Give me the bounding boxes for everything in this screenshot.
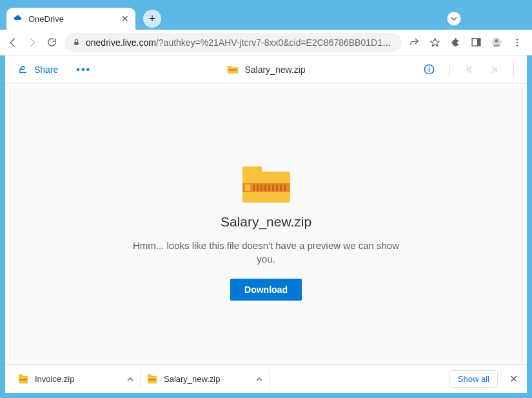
svg-point-6 <box>517 41 518 43</box>
chrome-menu-icon[interactable] <box>511 37 523 48</box>
download-filename: Salary_new.zip <box>164 374 220 384</box>
file-name-header: Salary_new.zip <box>244 65 305 75</box>
svg-rect-18 <box>253 184 255 191</box>
svg-rect-29 <box>19 379 27 381</box>
next-file-button[interactable] <box>489 65 499 75</box>
svg-point-4 <box>495 39 498 43</box>
download-item[interactable]: Invoice.zip <box>12 370 141 389</box>
close-shelf-button[interactable]: ✕ <box>507 370 520 388</box>
svg-point-7 <box>517 45 518 46</box>
svg-rect-9 <box>227 66 232 68</box>
svg-rect-2 <box>477 39 480 46</box>
omnibox[interactable]: onedrive.live.com/?authkey=%21AHV-jtcrv7… <box>64 33 402 52</box>
browser-tab[interactable]: OneDrive ✕ <box>6 8 135 30</box>
zip-small-icon <box>226 65 238 74</box>
reload-button[interactable] <box>45 36 58 49</box>
svg-point-5 <box>517 39 518 41</box>
svg-rect-26 <box>284 184 286 191</box>
svg-rect-24 <box>276 184 278 191</box>
onedrive-favicon-icon <box>13 14 23 24</box>
toolbar-right-group <box>423 63 514 77</box>
browser-window: ＿ ☐ ✕ OneDrive ✕ + <box>0 0 532 398</box>
svg-rect-32 <box>148 379 156 381</box>
url-path: /?authkey=%21AHV-jtcrv7-8xx0&cid=E2C8678… <box>156 37 394 48</box>
download-filename: Invoice.zip <box>35 374 74 384</box>
download-shelf: Invoice.zip Salary_new.zip Show all ✕ <box>5 364 527 393</box>
share-url-icon[interactable] <box>408 37 420 48</box>
preview-box: Salary_new.zip Hmm... looks like this fi… <box>131 164 402 301</box>
prev-file-button[interactable] <box>464 65 475 75</box>
svg-rect-20 <box>261 184 262 191</box>
url-text: onedrive.live.com/?authkey=%21AHV-jtcrv7… <box>86 37 394 48</box>
share-button[interactable]: Share <box>18 64 58 75</box>
chevron-up-icon[interactable] <box>127 376 133 383</box>
onedrive-toolbar: Share ••• Salary_new.zip <box>5 55 527 84</box>
zip-file-icon <box>147 373 157 385</box>
page-content: Share ••• Salary_new.zip <box>5 55 527 393</box>
info-button[interactable] <box>423 63 435 75</box>
svg-rect-10 <box>228 69 237 70</box>
separator <box>449 63 450 77</box>
svg-rect-17 <box>245 184 250 191</box>
share-icon <box>18 64 29 75</box>
svg-rect-28 <box>19 374 23 377</box>
close-tab-icon[interactable]: ✕ <box>121 14 129 24</box>
tab-strip: OneDrive ✕ + <box>0 8 532 30</box>
svg-rect-19 <box>257 184 259 191</box>
download-button[interactable]: Download <box>230 279 302 301</box>
side-panel-icon[interactable] <box>470 37 482 48</box>
titlebar <box>0 0 532 8</box>
chevron-up-icon[interactable] <box>256 376 262 383</box>
more-actions-button[interactable]: ••• <box>76 64 91 75</box>
forward-button[interactable] <box>26 36 39 49</box>
svg-rect-0 <box>74 42 79 45</box>
zip-file-icon <box>18 373 28 385</box>
zip-folder-icon <box>241 164 291 205</box>
lock-icon <box>72 38 81 46</box>
share-label: Share <box>34 65 58 75</box>
extensions-icon[interactable] <box>449 37 461 48</box>
tab-title: OneDrive <box>28 14 64 24</box>
tab-search-button[interactable] <box>447 12 461 26</box>
svg-rect-15 <box>242 166 262 174</box>
download-item[interactable]: Salary_new.zip <box>141 370 270 389</box>
bookmark-star-icon[interactable] <box>429 37 440 48</box>
svg-point-13 <box>428 66 429 68</box>
profile-icon[interactable] <box>491 37 502 48</box>
svg-rect-22 <box>268 184 270 191</box>
svg-rect-21 <box>264 184 266 191</box>
new-tab-button[interactable]: + <box>143 10 161 28</box>
url-host: onedrive.live.com <box>86 37 156 48</box>
svg-rect-31 <box>148 374 152 377</box>
toolbar-right <box>408 37 526 48</box>
svg-rect-25 <box>280 184 282 191</box>
no-preview-message: Hmm... looks like this file doesn't have… <box>131 239 402 266</box>
file-header: Salary_new.zip <box>226 65 305 75</box>
address-bar: onedrive.live.com/?authkey=%21AHV-jtcrv7… <box>0 30 532 55</box>
back-button[interactable] <box>6 36 19 49</box>
file-title: Salary_new.zip <box>221 214 311 230</box>
shelf-right: Show all ✕ <box>449 370 520 388</box>
separator <box>513 63 514 77</box>
svg-rect-23 <box>272 184 274 191</box>
show-all-downloads-button[interactable]: Show all <box>449 370 498 388</box>
preview-area: Salary_new.zip Hmm... looks like this fi… <box>9 88 523 389</box>
svg-rect-12 <box>429 68 430 72</box>
